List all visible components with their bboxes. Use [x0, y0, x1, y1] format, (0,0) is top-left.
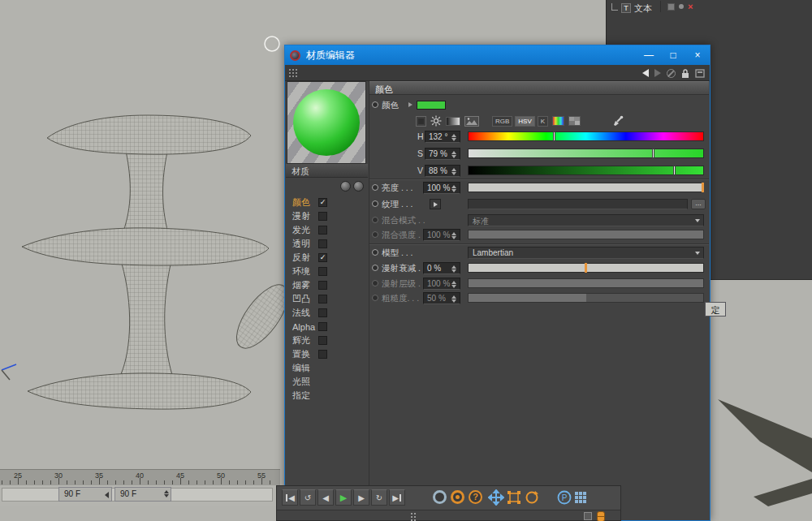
channel-checkbox[interactable] [318, 350, 327, 359]
stack-icon[interactable] [597, 511, 605, 521]
channel-item[interactable]: 置换 [286, 347, 368, 361]
value-slider-marker[interactable] [673, 166, 676, 175]
channel-item[interactable]: 环境 [286, 265, 368, 278]
brightness-icon[interactable] [430, 115, 442, 127]
mode-button-hsv[interactable]: HSV [515, 116, 534, 127]
channel-item[interactable]: Alpha [286, 320, 368, 334]
image-icon[interactable] [464, 116, 479, 127]
hue-value-field[interactable]: 132 ° [425, 131, 460, 143]
diffuse-falloff-value-field[interactable]: 0 % [423, 262, 460, 274]
channel-extra-item[interactable]: 光照 [286, 375, 368, 389]
diffuse-falloff-slider-marker[interactable] [585, 263, 587, 273]
channel-extra-item[interactable]: 编辑 [286, 361, 368, 375]
channel-item[interactable]: 凹凸 [286, 292, 368, 306]
layers-icon[interactable] [584, 512, 592, 520]
step-forward-button[interactable]: ▶ [353, 489, 369, 506]
anim-dot-icon[interactable] [372, 184, 378, 191]
spectrum-icon[interactable] [552, 116, 564, 126]
color-square-icon[interactable] [416, 116, 426, 127]
lock-icon[interactable] [681, 68, 689, 79]
compare-icon[interactable] [667, 69, 676, 78]
play-button[interactable]: ▶ [335, 489, 352, 506]
channel-checkbox[interactable]: ✓ [318, 253, 327, 262]
channel-checkbox[interactable]: ✓ [318, 198, 327, 207]
channel-item[interactable]: 辉光 [286, 334, 368, 347]
saturation-slider[interactable] [468, 149, 704, 158]
texture-browse-button[interactable]: ... [691, 199, 706, 209]
mode-button-rgb[interactable]: RGB [492, 116, 512, 127]
gradient-icon[interactable] [446, 117, 460, 126]
saturation-value-field[interactable]: 79 % [425, 148, 460, 160]
drag-grip-icon[interactable] [289, 69, 291, 71]
minimize-button[interactable]: — [637, 45, 661, 65]
brightness-spinner[interactable] [451, 184, 458, 193]
section-header[interactable]: 颜色 [369, 81, 709, 95]
end-frame-field[interactable]: 90 F [114, 487, 171, 502]
frame-arrow-icon[interactable] [105, 492, 109, 498]
texture-field[interactable] [468, 199, 688, 209]
brightness-value-field[interactable]: 100 % [423, 182, 460, 194]
parent-tool-icon[interactable]: P [556, 489, 572, 506]
layer-chip-icon[interactable] [667, 3, 675, 11]
value-slider[interactable] [468, 166, 704, 175]
keyframe-button[interactable] [451, 490, 464, 504]
step-back-button[interactable]: ◀ [317, 489, 334, 506]
autokey-button[interactable]: ? [469, 490, 482, 504]
brightness-slider-marker[interactable] [702, 183, 704, 192]
channel-checkbox[interactable] [318, 322, 327, 331]
float-window-icon[interactable] [695, 69, 705, 78]
current-frame-field[interactable]: 90 F [58, 487, 112, 502]
goto-start-button[interactable]: ◀ [282, 489, 298, 506]
channel-item[interactable]: 发光 [286, 223, 368, 237]
channel-checkbox[interactable] [318, 239, 327, 248]
move-tool-icon[interactable] [488, 489, 504, 506]
anim-dot-icon[interactable] [372, 265, 378, 271]
object-row-text[interactable]: T 文本 [611, 2, 652, 15]
model-dropdown[interactable]: Lambertian [468, 247, 704, 259]
play-backward-button[interactable]: ↺ [300, 489, 316, 506]
hue-slider[interactable] [468, 131, 704, 141]
eyedropper-icon[interactable] [612, 115, 624, 127]
channel-extra-item[interactable]: 指定 [286, 389, 368, 403]
play-forward-button[interactable]: ↻ [371, 489, 387, 506]
anim-dot-icon[interactable] [372, 101, 378, 108]
brightness-slider[interactable] [468, 183, 704, 192]
diffuse-falloff-spinner[interactable] [451, 265, 458, 273]
channel-checkbox[interactable] [318, 336, 327, 345]
visibility-dot-icon[interactable] [679, 4, 684, 9]
value-value-field[interactable]: 88 % [425, 165, 460, 177]
timeline-ruler[interactable]: 25303540455055 [0, 469, 280, 485]
diffuse-falloff-slider[interactable] [468, 263, 704, 273]
material-preview[interactable] [287, 81, 366, 164]
saturation-spinner[interactable] [451, 150, 458, 159]
channel-item[interactable]: 法线 [286, 306, 368, 320]
panel-grip-icon[interactable] [411, 513, 412, 515]
grid-snap-icon[interactable] [572, 489, 589, 506]
close-button[interactable]: × [685, 45, 710, 65]
saturation-slider-marker[interactable] [652, 149, 654, 158]
title-bar[interactable]: 材质编辑器 — □ × [285, 45, 710, 65]
disable-x-icon[interactable]: × [688, 2, 693, 11]
channel-checkbox[interactable] [318, 212, 327, 221]
goto-end-button[interactable]: ▶ [389, 489, 405, 506]
value-spinner[interactable] [451, 167, 458, 176]
frame-spinner[interactable] [164, 489, 169, 498]
preview-type-icon-1[interactable] [340, 181, 351, 192]
channel-item[interactable]: 反射✓ [286, 251, 368, 265]
channel-item[interactable]: 烟雾 [286, 278, 368, 292]
nav-forward-icon[interactable] [654, 69, 661, 77]
nav-back-icon[interactable] [642, 69, 649, 77]
color-swatch[interactable] [417, 101, 446, 110]
channel-checkbox[interactable] [318, 281, 327, 290]
channel-checkbox[interactable] [318, 308, 327, 317]
anim-dot-icon[interactable] [372, 200, 378, 207]
texture-menu-button[interactable] [430, 199, 441, 209]
channel-item[interactable]: 透明 [286, 237, 368, 251]
channel-checkbox[interactable] [318, 295, 327, 304]
anim-dot-icon[interactable] [372, 249, 378, 256]
scale-tool-icon[interactable] [506, 489, 522, 506]
hue-slider-marker[interactable] [553, 131, 555, 141]
mode-button-k[interactable]: K [538, 116, 548, 127]
rotate-tool-icon[interactable] [524, 489, 540, 506]
record-button[interactable] [433, 490, 447, 504]
